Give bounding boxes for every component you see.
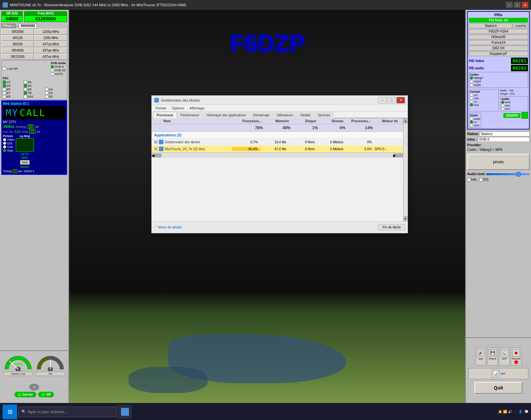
end-task-btn[interactable]: Fin de tâche (378, 224, 405, 230)
format-1-1[interactable]: 1/1 (470, 100, 498, 103)
infos-input[interactable] (478, 137, 530, 142)
preset-1255p[interactable]: 1255p MHz (35, 29, 67, 35)
fec-1-2[interactable]: 1/2 (3, 81, 23, 84)
pid-audio-value[interactable]: 00202 (511, 65, 528, 71)
low-sr-checkbox[interactable] (3, 67, 6, 70)
beep-btn[interactable]: 🔊 eep (475, 347, 486, 365)
expand-btn-tm[interactable]: ▶ (154, 140, 158, 144)
fec-1-4[interactable]: 1/4 (45, 88, 66, 91)
preset-437zq[interactable]: 437zq MHz (35, 41, 67, 47)
codec-mpeg2[interactable]: Mpeg2 (470, 76, 527, 80)
zoom-adapt[interactable]: adapt (470, 117, 480, 120)
tm-close-btn[interactable]: ✕ (396, 97, 405, 104)
col-nom[interactable]: Nom (154, 119, 237, 123)
tab-historique[interactable]: Historique des applications (203, 112, 250, 118)
audio-slider-track[interactable] (486, 173, 530, 175)
tab-demarrage[interactable]: Démarrage (249, 112, 273, 118)
quit-btn[interactable]: Quit (474, 382, 522, 394)
preset-sr22000[interactable]: SR22000 (1, 54, 34, 59)
hdlowsr-btn[interactable]: HDlowSR (469, 35, 528, 39)
app-row-task-manager[interactable]: ▶ Gestionnaire des tâches 0,7% 19,4 Mo 0… (152, 139, 403, 146)
expand-btn-mini[interactable]: ▶ (154, 147, 158, 151)
horizontal-scrollbar[interactable]: ◀ ▶ (152, 152, 403, 158)
gain-value[interactable]: 12 (29, 129, 36, 134)
preamp-value[interactable]: 20 (28, 125, 34, 129)
audio-ac3[interactable]: AC3 (501, 107, 527, 110)
v-scroll-down[interactable]: ▼ (403, 216, 408, 221)
dvb-s-option[interactable]: DVB-S (51, 65, 66, 68)
codec-h265[interactable]: H265 (470, 83, 527, 87)
audio-aac[interactable]: AAC (501, 104, 527, 107)
preset-sr2000[interactable]: SR2000 (1, 29, 34, 35)
preset-sr125[interactable]: SR125 (1, 35, 34, 41)
preset-sr4000[interactable]: SR4000 (1, 48, 34, 53)
format-auto[interactable]: auto (470, 103, 498, 106)
f6dzp-btn[interactable]: F6DZP-H264 (469, 29, 528, 34)
tab-details[interactable]: Détails (297, 112, 314, 118)
col-cpu[interactable]: Processeu... (237, 119, 265, 123)
tm-menu-fichier[interactable]: Fichier (153, 105, 169, 111)
col-disk[interactable]: Disque (291, 119, 319, 123)
col-network[interactable]: Réseau (319, 119, 346, 123)
tab-services[interactable]: Services (314, 112, 334, 118)
task-manager-scroll-area[interactable]: Nom Processeu... Mémoire Disque Réseau P… (152, 118, 403, 221)
picture-qsl[interactable]: QSL (3, 142, 14, 145)
col-gpu[interactable]: Processeu... (346, 119, 373, 123)
fec-3-4[interactable]: 3/4 (24, 84, 44, 87)
taskbar-search[interactable]: 🔍 Taper ici pour recherch... (18, 407, 117, 417)
pert-btn[interactable]: 📊 pert (468, 368, 528, 379)
offset-value[interactable]: 00000000 (19, 23, 37, 28)
fec-4-5[interactable]: 4/5 (3, 88, 23, 91)
audio-slider-thumb[interactable] (517, 172, 520, 176)
web-button[interactable]: Web (20, 160, 29, 165)
freq-value[interactable]: 01255000 (24, 15, 67, 22)
station1-btn[interactable]: Station1 (469, 23, 513, 28)
tab-utilisateurs[interactable]: Utilisateurs (273, 112, 296, 118)
col-engine[interactable]: Moteur de (373, 119, 400, 123)
sr-value[interactable]: 04000 (1, 15, 23, 22)
vertical-scrollbar[interactable]: ▲ ▼ (403, 118, 408, 221)
picture-video[interactable]: Video (3, 138, 14, 141)
tm-menu-affichage[interactable]: Affichage (187, 105, 207, 111)
fec-5-6[interactable]: 5/6 (24, 88, 44, 91)
format-4-3[interactable]: 4/3 (470, 93, 498, 97)
audio-mpa[interactable]: MPA (501, 101, 527, 104)
preset-437ve[interactable]: 437ve MHz (35, 54, 67, 59)
station-input[interactable] (479, 131, 530, 136)
france24-btn[interactable]: France24 (469, 40, 528, 45)
tm-menu-options[interactable]: Options (169, 105, 187, 111)
picture-stop[interactable]: Stop (3, 149, 14, 152)
dvb-auto-option[interactable]: AUTO (51, 72, 66, 76)
h-scroll-right[interactable]: ▶ (393, 153, 403, 157)
pid-from-ini-btn[interactable]: Pid from .ini (469, 18, 528, 23)
fec-2-5[interactable]: 2/5 (45, 95, 66, 98)
dsave-btn[interactable]: 💾 Dsave (487, 347, 498, 365)
dvb-s2-option[interactable]: DVB-S2 (51, 69, 66, 72)
iss-checkbox[interactable] (479, 178, 483, 181)
fec-1-3[interactable]: 1/3 (45, 91, 66, 95)
codec-h264[interactable]: H264 (470, 80, 527, 83)
raspberryp-btn[interactable]: RaspberryP (469, 51, 528, 56)
preset-437qe[interactable]: 437qe MHz (35, 48, 67, 53)
pid-video-value[interactable]: 00201 (511, 58, 528, 64)
tm-restore-btn[interactable]: □ (387, 97, 396, 104)
fec-3-5[interactable]: 3/5 (24, 81, 44, 84)
format-16-9[interactable]: 16/9 (470, 97, 498, 100)
graph-btn[interactable]: GRAPH (503, 113, 520, 118)
udp-btn[interactable]: 📡 UDP (499, 347, 510, 365)
zoom-maxi[interactable]: maxi (470, 124, 480, 127)
tm-minimize-btn[interactable]: − (378, 97, 387, 104)
minimize-button[interactable]: − (506, 2, 513, 8)
less-details-btn[interactable]: ⌃ Moins de détails (154, 225, 182, 229)
autopid-btn[interactable]: AutoPID (514, 24, 528, 28)
zoom-x1[interactable]: x1 (470, 120, 480, 124)
info-checkbox[interactable] (467, 178, 470, 181)
sr-btn[interactable]: SR (38, 392, 54, 397)
fec-8-9[interactable]: 8/9 (3, 95, 23, 98)
app-row-minitioune[interactable]: ▶ MiniTioune_V0_7e (32 bits) 60,4% 47,0 … (152, 146, 403, 152)
taskbar-app-minitioune[interactable] (118, 405, 132, 418)
fec-6-7[interactable]: 6/7 (3, 91, 23, 95)
start-button[interactable]: ⊞ (3, 405, 17, 419)
picture-auto[interactable]: Auto (3, 145, 14, 149)
fec-7-8[interactable]: 7/8 (24, 91, 44, 95)
